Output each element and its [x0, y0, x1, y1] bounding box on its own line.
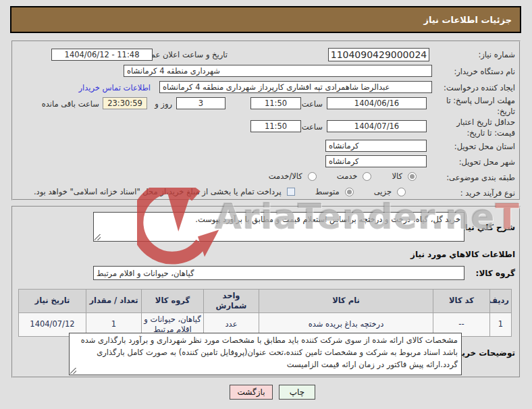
need-details-page: { "header": { "title": "جزئیات اطلاعات ن… [0, 0, 532, 409]
item-group-label: گروه کالا: [476, 268, 515, 279]
need-number-field[interactable]: 1104090429000024 [328, 48, 429, 61]
deadline-date-field[interactable]: 1404/06/16 [327, 97, 427, 109]
classification-label: طبقه بندی موضوعی: [446, 173, 515, 184]
print-button[interactable]: چاپ [279, 385, 315, 400]
col-quantity: تعداد / مقدار [86, 290, 142, 313]
items-table-header-row: ردیف کد کالا نام کالا واحد شمارش گروه کا… [19, 290, 512, 313]
radio-medium[interactable] [345, 188, 354, 196]
col-row-number: ردیف [490, 290, 512, 313]
radio-minor[interactable] [397, 188, 406, 196]
back-button[interactable]: بازگشت [230, 385, 273, 400]
radio-goods-service-label: کالا/خدمت [269, 171, 302, 181]
validity-time-field[interactable]: 11:50 [250, 120, 301, 132]
delivery-city-label: شهر محل تحویل: [459, 157, 515, 168]
col-need-date: تاریخ نیاز [19, 290, 86, 313]
radio-goods-label: کالا [392, 171, 402, 181]
radio-goods[interactable] [408, 172, 417, 181]
buyer-notes-textarea[interactable]: مشخصات کالای ارائه شده از سوی شرکت کننده… [69, 333, 462, 375]
radio-medium-label: متوسط [315, 187, 340, 196]
item-group-field[interactable]: گیاهان، حیوانات و اقلام مرتبط [93, 266, 464, 280]
request-creator-label: ایجاد کننده درخواست: [444, 83, 515, 94]
col-item-name: نام کالا [259, 290, 433, 313]
col-group: گروه کالا [142, 290, 204, 313]
buyer-contact-link[interactable]: اطلاعات تماس خریدار [78, 83, 151, 94]
response-deadline-label: مهلت ارسال پاسخ: تا تاریخ: [440, 96, 515, 117]
hours-remaining-label: ساعت باقی مانده [42, 99, 99, 110]
need-info-panel: شماره نیاز: 1104090429000024 تاریخ و ساع… [11, 40, 521, 200]
buyer-org-label: نام دستگاه خریدار: [454, 67, 515, 78]
items-section-title: اطلاعات کالاهاي مورد نیاز [410, 249, 515, 260]
deadline-hour-label: ساعت [302, 99, 323, 110]
price-validity-label: حداقل تاریخ اعتبار قیمت: تا تاریخ: [435, 117, 515, 138]
treasury-docs-checkbox[interactable] [287, 188, 295, 196]
days-and-label: روز و [155, 99, 172, 110]
purchase-process-label: نوع فرآیند خرید : [460, 188, 515, 199]
items-table: ردیف کد کالا نام کالا واحد شمارش گروه کا… [18, 289, 512, 337]
need-description-label: شرح کلي نیاز: [457, 222, 515, 233]
col-item-code: کد کالا [433, 290, 490, 313]
delivery-city-field[interactable]: کرمانشاه [325, 155, 427, 167]
need-description-textarea[interactable]: خرید گل، گیاه، درخت و درختچه براساس استع… [93, 212, 464, 242]
announce-datetime-field[interactable]: 1404/06/12 - 11:48 [51, 49, 153, 61]
resize-handle-icon[interactable] [95, 234, 101, 240]
need-number-label: شماره نیاز: [478, 50, 515, 61]
page-title-bar: جزئیات اطلاعات نیاز [10, 6, 521, 33]
resize-handle-icon[interactable] [70, 368, 76, 374]
items-panel: شرح کلي نیاز: خرید گل، گیاه، درخت و درخت… [11, 206, 521, 378]
request-creator-field[interactable]: عبدالرضا شاهمرادی تپه افشاری کارپرداز شه… [159, 81, 432, 93]
delivery-province-field[interactable]: کرمانشاه [325, 140, 427, 152]
treasury-docs-label: پرداخت تمام یا بخشی از مبلغ خرید،از محل … [34, 187, 282, 196]
col-unit: واحد شمارش [204, 290, 259, 313]
validity-date-field[interactable]: 1404/07/16 [327, 120, 427, 132]
radio-goods-service[interactable] [308, 172, 317, 181]
countdown-timer-field: 23:30:59 [103, 97, 147, 109]
deadline-time-field[interactable]: 11:50 [250, 97, 301, 109]
remaining-days-field[interactable]: 3 [176, 97, 225, 109]
radio-minor-label: جزیی [374, 187, 392, 196]
radio-service-label: خدمت [337, 171, 358, 181]
delivery-province-label: استان محل تحویل: [454, 142, 515, 153]
page-title: جزئیات اطلاعات نیاز [423, 15, 512, 25]
validity-hour-label: ساعت [302, 122, 323, 133]
radio-service[interactable] [363, 172, 371, 181]
buyer-org-field[interactable]: شهرداری منطقه 4 کرمانشاه [124, 65, 432, 77]
cell-row-number: 1 [490, 312, 512, 336]
